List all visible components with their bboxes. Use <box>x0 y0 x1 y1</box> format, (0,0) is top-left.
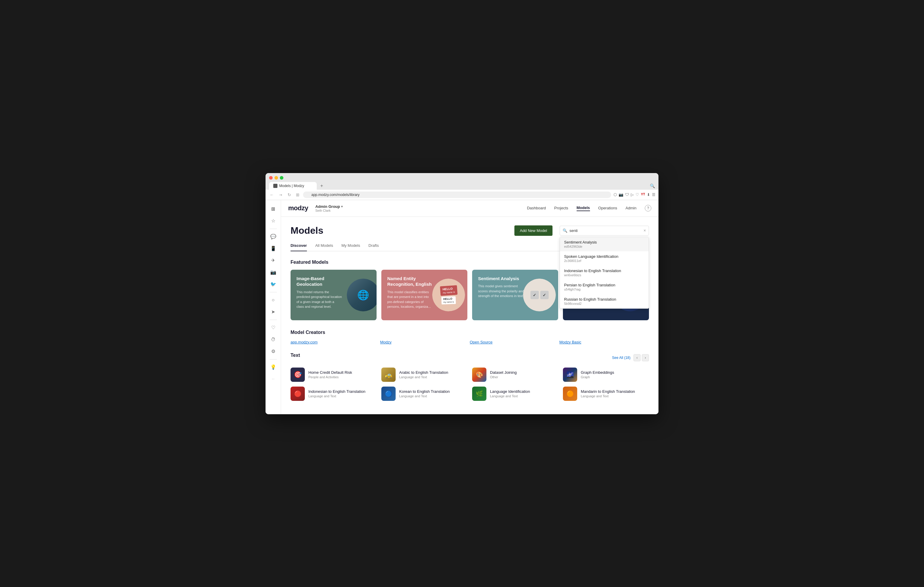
search-input[interactable] <box>559 226 649 235</box>
creator-link-modzy-basic[interactable]: Modzy Basic <box>559 340 649 344</box>
models-grid: 🎯 Home Credit Default Risk People and Ac… <box>290 368 649 401</box>
creators-title: Model Creators <box>290 330 649 335</box>
browser-tab-active[interactable]: Models | Modzy <box>269 182 317 190</box>
instagram-icon[interactable]: 📷 <box>268 267 279 278</box>
geo-card-title: Image-Based Geolocation <box>297 276 341 287</box>
featured-card-geo[interactable]: Image-Based Geolocation This model retur… <box>290 270 376 320</box>
model-item-indonesian[interactable]: 🔴 Indonesian to English Translation Lang… <box>290 386 376 401</box>
screenshot-icon[interactable]: 📷 <box>619 192 623 197</box>
creator-link-opensource[interactable]: Open Source <box>470 340 559 344</box>
nav-models[interactable]: Models <box>577 206 590 211</box>
heart-icon[interactable]: ♡ <box>268 322 279 333</box>
model-item-arabic[interactable]: 🚕 Arabic to English Translation Language… <box>381 368 467 382</box>
model-item-language-id[interactable]: 🌿 Language Identification Language and T… <box>472 386 558 401</box>
page-header: Models Add New Model 🔍 × Sentiment Analy… <box>290 225 649 236</box>
download-action-icon[interactable]: ⬇ <box>647 192 650 197</box>
forward-button[interactable]: → <box>277 192 284 198</box>
model-item-home-credit[interactable]: 🎯 Home Credit Default Risk People and Ac… <box>290 368 376 382</box>
model-thumb: 🌌 <box>563 368 577 382</box>
tab-discover[interactable]: Discover <box>290 243 307 251</box>
browser-search-icon[interactable]: 🔍 <box>650 184 655 188</box>
creator-link-modzy[interactable]: Modzy <box>380 340 470 344</box>
prev-arrow[interactable]: ‹ <box>634 354 640 361</box>
nav-dashboard[interactable]: Dashboard <box>527 206 546 211</box>
gear-icon[interactable]: ⚙ <box>268 346 279 357</box>
model-item-korean[interactable]: 🔵 Korean to English Translation Language… <box>381 386 467 401</box>
search-result-id: 5b98cvxsd2 <box>564 302 645 306</box>
model-info: Arabic to English Translation Language a… <box>399 370 467 379</box>
tab-my-models[interactable]: My Models <box>342 243 360 251</box>
search-icon: 🔍 <box>563 229 568 233</box>
model-item-dataset[interactable]: 🎨 Dataset Joining Other <box>472 368 558 382</box>
tab-all-models[interactable]: All Models <box>315 243 333 251</box>
twitter-icon[interactable]: 🐦 <box>268 279 279 289</box>
main-content: modzy Admin Group ▾ Seth Clark Dashboard… <box>281 200 658 414</box>
search-result-item[interactable]: Persian to English Translation u54lgh7ra… <box>560 280 648 294</box>
browser-chrome: Models | Modzy + 🔍 <box>266 173 658 190</box>
search-result-id: wn6xe6bizs <box>564 273 645 277</box>
tab-favicon <box>273 184 277 188</box>
tab-drafts[interactable]: Drafts <box>368 243 379 251</box>
shield-icon[interactable]: 🛡 <box>625 192 629 197</box>
nav-operations[interactable]: Operations <box>598 206 617 211</box>
model-name: Indonesian to English Translation <box>309 389 376 394</box>
top-nav-links: Dashboard Projects Models Operations Adm… <box>527 205 651 211</box>
search-result-item[interactable]: Sentiment Analysis ed542963de <box>560 237 648 251</box>
org-selector[interactable]: Admin Group ▾ Seth Clark <box>315 204 343 212</box>
heart-action-icon[interactable]: ♡ <box>635 192 639 197</box>
minimize-button[interactable] <box>274 176 278 179</box>
grid-button[interactable]: ⊞ <box>295 192 301 198</box>
model-thumb: 🎨 <box>472 368 487 382</box>
model-info: Language Identification Language and Tex… <box>490 389 558 398</box>
traffic-lights <box>269 176 655 179</box>
model-item-graph[interactable]: 🌌 Graph Embeddings Graph <box>563 368 649 382</box>
address-input[interactable] <box>303 191 611 198</box>
model-item-mandarin[interactable]: 🟠 Mandarin to English Translation Langua… <box>563 386 649 401</box>
add-model-button[interactable]: Add New Model <box>515 225 553 236</box>
chat-icon[interactable]: 💬 <box>268 231 279 242</box>
sentiment-card-title: Sentiment Analysis <box>478 276 522 281</box>
search-result-item[interactable]: Indonesian to English Translation wn6xe6… <box>560 266 648 280</box>
star-icon[interactable]: ☆ <box>268 215 279 226</box>
circle-icon[interactable]: ○ <box>268 295 279 306</box>
sentiment-card-desc: This model gives sentiment scores showin… <box>478 284 524 299</box>
model-category: People and Activities <box>309 375 376 379</box>
geo-card-image: 🌐 <box>347 279 376 311</box>
menu-icon[interactable]: ☰ <box>652 192 655 197</box>
featured-card-sentiment[interactable]: Sentiment Analysis This model gives sent… <box>472 270 558 320</box>
nav-admin[interactable]: Admin <box>625 206 637 211</box>
model-name: Dataset Joining <box>490 370 558 375</box>
creators-row: app.modzy.com Modzy Open Source Modzy Ba… <box>290 340 649 344</box>
browser-window: Models | Modzy + 🔍 ← → ↻ ⊞ 🔒 ⬡ 📷 🛡 ▷ ♡ Y… <box>266 173 658 414</box>
header-actions: Add New Model 🔍 × Sentiment Analysis ed5… <box>515 225 649 236</box>
more-icon[interactable]: ··· <box>268 374 279 385</box>
phone-icon[interactable]: 📱 <box>268 243 279 254</box>
new-tab-button[interactable]: + <box>319 183 324 189</box>
back-button[interactable]: ← <box>269 192 275 198</box>
search-result-id: 2c368011ef <box>564 259 645 263</box>
youtube-icon[interactable]: YT <box>641 192 645 197</box>
next-arrow[interactable]: › <box>642 354 649 361</box>
send-icon[interactable]: ➤ <box>268 307 279 317</box>
model-category: Other <box>490 375 558 379</box>
play-icon[interactable]: ▷ <box>631 192 634 197</box>
bulb-icon[interactable]: 💡 <box>268 362 279 373</box>
search-clear-button[interactable]: × <box>644 228 646 233</box>
help-button[interactable]: ? <box>645 205 651 211</box>
ner-card-image: HELLOmy name is HELLOmy name is <box>432 279 465 311</box>
search-result-item[interactable]: Russian to English Translation 5b98cvxsd… <box>560 294 648 308</box>
maximize-button[interactable] <box>280 176 284 179</box>
featured-card-ner[interactable]: Named Entity Recognition, English This m… <box>381 270 467 320</box>
see-all-link[interactable]: See All (18) <box>612 356 630 360</box>
home-icon[interactable]: ⊞ <box>268 204 279 214</box>
clock-icon[interactable]: ⏱ <box>268 334 279 345</box>
close-button[interactable] <box>269 176 273 179</box>
nav-projects[interactable]: Projects <box>554 206 568 211</box>
search-result-item[interactable]: Spoken Language Identification 2c368011e… <box>560 251 648 266</box>
telegram-icon[interactable]: ✈ <box>268 255 279 266</box>
extensions-icon[interactable]: ⬡ <box>614 192 617 197</box>
creator-link-modzy-app[interactable]: app.modzy.com <box>290 340 380 344</box>
search-result-id: ed542963de <box>564 245 645 248</box>
search-result-name: Russian to English Translation <box>564 297 645 301</box>
reload-button[interactable]: ↻ <box>286 192 292 198</box>
